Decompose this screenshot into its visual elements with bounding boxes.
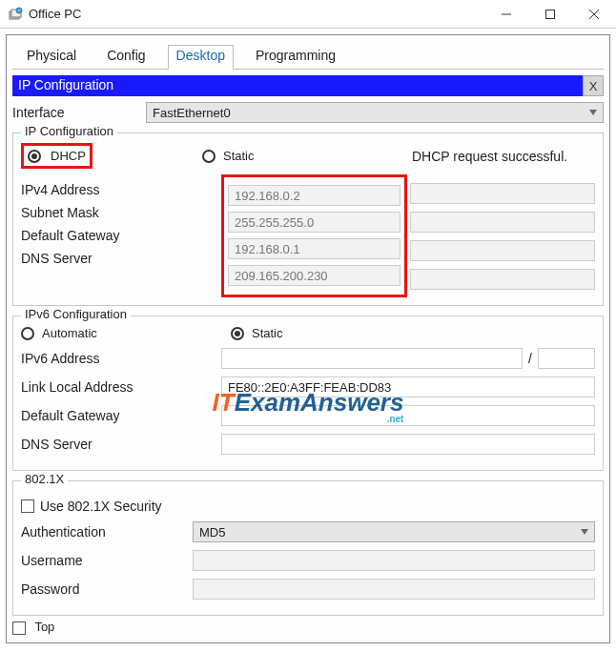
ipv4-values-highlight: 192.168.0.2 255.255.255.0 192.168.0.1 20…	[221, 174, 407, 297]
tab-programming[interactable]: Programming	[247, 45, 344, 69]
ipv4-address-input[interactable]: 192.168.0.2	[228, 185, 400, 206]
ipv6-static-label: Static	[252, 326, 283, 340]
auth-value: MD5	[199, 525, 225, 540]
dot1x-legend: 802.1X	[21, 472, 68, 486]
ipv6-prefix-input[interactable]	[538, 348, 595, 369]
title-bar: Office PC	[0, 0, 616, 29]
ipv6-gateway-label: Default Gateway	[21, 408, 221, 423]
interface-row: Interface FastEthernet0	[12, 102, 604, 123]
ipv6-static-radio[interactable]	[231, 327, 244, 340]
auth-select[interactable]: MD5	[193, 521, 595, 542]
ipv6-mode-row: Automatic Static	[21, 326, 595, 340]
panel-header: IP Configuration X	[12, 75, 604, 96]
link-local-input[interactable]: FE80::2E0:A3FF:FEAB:DD83	[221, 377, 595, 397]
bottom-bar: Top	[12, 620, 604, 635]
subnet-mask-input-ext[interactable]	[410, 212, 595, 233]
maximize-button[interactable]	[528, 0, 572, 29]
dhcp-label: DHCP	[51, 149, 86, 163]
dns-server-label: DNS Server	[21, 251, 92, 266]
dns-server-input-ext[interactable]	[410, 269, 595, 290]
svg-point-2	[16, 8, 22, 13]
dhcp-highlight: DHCP	[21, 143, 92, 169]
ipv6-prefix-sep: /	[528, 351, 532, 366]
ipv4-fieldset: IP Configuration DHCP Static DHCP reques…	[12, 132, 604, 306]
ipv4-mode-row: DHCP Static DHCP request successful.	[21, 143, 595, 169]
close-button[interactable]	[572, 0, 616, 29]
interface-select[interactable]: FastEthernet0	[146, 102, 604, 123]
tab-config[interactable]: Config	[98, 45, 154, 69]
ipv6-gateway-input[interactable]	[221, 405, 595, 426]
dns-server-input[interactable]: 209.165.200.230	[228, 265, 400, 286]
ipv6-address-label: IPv6 Address	[21, 351, 221, 366]
dot1x-fieldset: 802.1X Use 802.1X Security Authenticatio…	[12, 480, 604, 616]
subnet-mask-label: Subnet Mask	[21, 205, 99, 220]
chevron-down-icon	[589, 110, 597, 115]
top-label: Top	[34, 620, 54, 634]
subnet-mask-input[interactable]: 255.255.255.0	[228, 212, 400, 233]
static-radio[interactable]	[202, 150, 216, 163]
default-gateway-label: Default Gateway	[21, 228, 120, 243]
auth-label: Authentication	[21, 524, 193, 540]
svg-rect-4	[546, 10, 555, 18]
ipv4-labels: IPv4 Address Subnet Mask Default Gateway…	[21, 174, 221, 297]
ipv6-address-input[interactable]	[221, 348, 523, 369]
use-8021x-checkbox[interactable]	[21, 499, 34, 513]
ipv6-dns-input[interactable]	[221, 434, 595, 455]
tab-physical[interactable]: Physical	[18, 45, 85, 69]
ipv6-auto-radio[interactable]	[21, 327, 34, 340]
chevron-down-icon	[581, 529, 588, 535]
tab-strip: Physical Config Desktop Programming	[12, 41, 604, 70]
ipv4-address-label: IPv4 Address	[21, 182, 100, 197]
panel-title-text: IP Configuration	[12, 75, 119, 96]
default-gateway-input-ext[interactable]	[410, 240, 595, 261]
link-local-label: Link Local Address	[21, 379, 221, 395]
window-title: Office PC	[29, 7, 81, 21]
username-label: Username	[21, 553, 193, 568]
dhcp-radio[interactable]	[28, 150, 41, 163]
password-input[interactable]	[193, 579, 595, 600]
ipv4-legend: IP Configuration	[21, 124, 117, 138]
use-8021x-label: Use 802.1X Security	[40, 499, 162, 514]
content-frame: Physical Config Desktop Programming IP C…	[6, 34, 610, 643]
tab-desktop[interactable]: Desktop	[168, 45, 234, 70]
app-window: Office PC Physical Config Desktop Progra…	[0, 0, 616, 643]
svg-line-6	[589, 10, 599, 19]
ipv6-legend: IPv6 Configuration	[21, 307, 131, 321]
ipv4-address-input-ext[interactable]	[410, 183, 595, 204]
ipv6-auto-label: Automatic	[42, 326, 97, 340]
static-label: Static	[223, 149, 255, 163]
dhcp-status: DHCP request successful.	[412, 149, 567, 164]
panel-close-button[interactable]: X	[583, 75, 604, 96]
ipv6-dns-label: DNS Server	[21, 437, 221, 452]
top-checkbox[interactable]	[12, 621, 26, 635]
username-input[interactable]	[193, 550, 595, 571]
interface-value: FastEthernet0	[153, 106, 231, 120]
password-label: Password	[21, 581, 193, 597]
ipv6-fieldset: IPv6 Configuration Automatic Static IPv6…	[12, 316, 604, 471]
app-icon	[8, 7, 23, 22]
svg-line-5	[589, 10, 599, 19]
minimize-button[interactable]	[484, 0, 528, 29]
interface-label: Interface	[12, 105, 146, 120]
default-gateway-input[interactable]: 192.168.0.1	[228, 238, 400, 259]
